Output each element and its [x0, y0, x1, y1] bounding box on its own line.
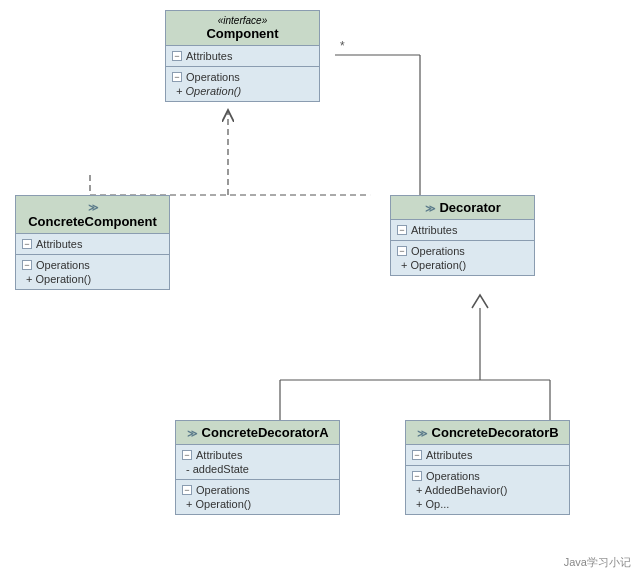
- cda-attribute-item: - addedState: [182, 462, 333, 476]
- component-attributes-label: Attributes: [186, 50, 232, 62]
- cdb-collapse-1[interactable]: −: [412, 450, 422, 460]
- component-operations-label: Operations: [186, 71, 240, 83]
- component-attributes-header: − Attributes: [172, 49, 313, 63]
- cc-operations-section: − Operations + Operation(): [16, 255, 169, 289]
- watermark: Java学习小记: [560, 553, 635, 572]
- dec-operation-item: + Operation(): [397, 258, 528, 272]
- cdb-attributes-label: Attributes: [426, 449, 472, 461]
- cdb-name: ConcreteDecoratorB: [432, 425, 559, 440]
- collapse-icon-2[interactable]: −: [172, 72, 182, 82]
- concrete-component-class: ConcreteComponent − Attributes − Operati…: [15, 195, 170, 290]
- cda-attributes-section: − Attributes - addedState: [176, 445, 339, 480]
- collapse-icon[interactable]: −: [172, 51, 182, 61]
- cc-operation-item: + Operation(): [22, 272, 163, 286]
- cdb-attributes-section: − Attributes: [406, 445, 569, 466]
- concrete-component-name: ConcreteComponent: [28, 214, 157, 229]
- cdb-header: ConcreteDecoratorB: [406, 421, 569, 445]
- component-operations-section: − Operations + Operation(): [166, 67, 319, 101]
- concrete-component-header: ConcreteComponent: [16, 196, 169, 234]
- cda-attributes-header: − Attributes: [182, 448, 333, 462]
- chevron-left-icon: [87, 200, 99, 212]
- cda-collapse-2[interactable]: −: [182, 485, 192, 495]
- dec-attributes-label: Attributes: [411, 224, 457, 236]
- cda-chevron-icon: [186, 426, 198, 438]
- dec-collapse-1[interactable]: −: [397, 225, 407, 235]
- component-header: «interface» Component: [166, 11, 319, 46]
- cda-attributes-label: Attributes: [196, 449, 242, 461]
- decorator-name: Decorator: [439, 200, 500, 215]
- component-class: «interface» Component − Attributes − Ope…: [165, 10, 320, 102]
- dec-collapse-2[interactable]: −: [397, 246, 407, 256]
- cdb-collapse-2[interactable]: −: [412, 471, 422, 481]
- cdb-operations-label: Operations: [426, 470, 480, 482]
- cc-attributes-header: − Attributes: [22, 237, 163, 251]
- cdb-chevron-icon: [416, 426, 428, 438]
- component-name: Component: [206, 26, 278, 41]
- dec-attributes-header: − Attributes: [397, 223, 528, 237]
- cda-collapse-1[interactable]: −: [182, 450, 192, 460]
- cdb-attributes-header: − Attributes: [412, 448, 563, 462]
- component-attributes-section: − Attributes: [166, 46, 319, 67]
- cdb-operations-header: − Operations: [412, 469, 563, 483]
- decorator-class: Decorator − Attributes − Operations + Op…: [390, 195, 535, 276]
- cdb-operation-item-2: + Op...: [412, 497, 563, 511]
- svg-text:*: *: [340, 39, 345, 53]
- dec-attributes-section: − Attributes: [391, 220, 534, 241]
- cda-operations-header: − Operations: [182, 483, 333, 497]
- cdb-operations-section: − Operations + AddedBehavior() + Op...: [406, 466, 569, 514]
- cc-attributes-section: − Attributes: [16, 234, 169, 255]
- concrete-decorator-b-class: ConcreteDecoratorB − Attributes − Operat…: [405, 420, 570, 515]
- cc-operations-label: Operations: [36, 259, 90, 271]
- cda-operations-section: − Operations + Operation(): [176, 480, 339, 514]
- concrete-decorator-a-class: ConcreteDecoratorA − Attributes - addedS…: [175, 420, 340, 515]
- dec-operations-header: − Operations: [397, 244, 528, 258]
- cda-header: ConcreteDecoratorA: [176, 421, 339, 445]
- component-operation-item: + Operation(): [172, 84, 313, 98]
- dec-chevron-icon: [424, 201, 436, 213]
- component-stereotype: «interface»: [172, 15, 313, 26]
- cc-attributes-label: Attributes: [36, 238, 82, 250]
- cda-operations-label: Operations: [196, 484, 250, 496]
- dec-operations-section: − Operations + Operation(): [391, 241, 534, 275]
- cda-name: ConcreteDecoratorA: [202, 425, 329, 440]
- cdb-operation-item-1: + AddedBehavior(): [412, 483, 563, 497]
- cda-operation-item: + Operation(): [182, 497, 333, 511]
- diagram-container: * 1 «interface» Component − Attributes: [0, 0, 643, 580]
- decorator-header: Decorator: [391, 196, 534, 220]
- dec-operations-label: Operations: [411, 245, 465, 257]
- cc-operations-header: − Operations: [22, 258, 163, 272]
- component-operation-text: + Operation(): [176, 85, 241, 97]
- cc-collapse-1[interactable]: −: [22, 239, 32, 249]
- component-operations-header: − Operations: [172, 70, 313, 84]
- cc-collapse-2[interactable]: −: [22, 260, 32, 270]
